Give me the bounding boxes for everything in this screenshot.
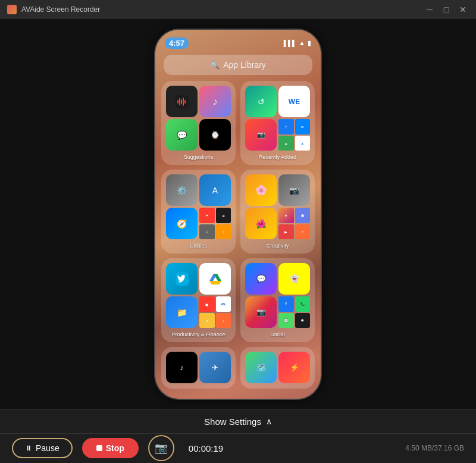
recently-mini-grid: f m ▲ ▲	[278, 119, 310, 151]
wenote-icon: WE	[278, 86, 310, 117]
camera-icon: 📷	[155, 442, 168, 455]
status-bar: 4:57 ▌▌▌ ▲ ▮	[155, 30, 321, 51]
storage-display: 4.50 MB/37.16 GB	[405, 444, 464, 452]
bottom-bar: Show Settings ∧ ⏸ Pause Stop 📷 00:00:19 …	[0, 409, 476, 463]
svg-rect-1	[177, 100, 178, 104]
show-settings-text: Show Settings	[204, 417, 261, 427]
utilities-mini-grid: ♥ ⊕ = ?	[199, 208, 231, 239]
rotate-icon: ↺	[245, 86, 277, 117]
travel-folder[interactable]: 🗺️ ⚡	[240, 347, 315, 389]
creativity-label: Creativity	[245, 243, 310, 249]
chevron-up-icon: ∧	[266, 417, 272, 426]
signal-icon: ▌▌▌	[284, 40, 296, 46]
music-icon: ♪	[199, 86, 231, 117]
safari-icon: 🧭	[166, 208, 198, 239]
suggestions-folder[interactable]: ♪ 💬 ⌚ Suggestions	[161, 81, 236, 165]
title-bar-left: AVAide Screen Recorder	[7, 5, 100, 14]
files-icon: 📁	[166, 296, 198, 328]
stop-icon	[96, 445, 102, 451]
battery-icon: ▮	[308, 39, 311, 47]
social-mini-grid: f 📞 💬 ⬟	[278, 296, 310, 328]
screenshot-button[interactable]: 📷	[148, 435, 174, 461]
title-bar: AVAide Screen Recorder ─ □ ✕	[0, 0, 476, 19]
recently-added-label: Recently Added	[245, 154, 310, 160]
creativity-folder[interactable]: 🌸 📷 🌺 ★ ◼ ▶ +	[240, 170, 315, 254]
shortcuts-icon: ⚡	[278, 352, 310, 383]
utilities-icons: ⚙️ A 🧭 ♥ ⊕ = ?	[166, 174, 231, 239]
search-label: App Library	[223, 60, 266, 70]
creativity-icons: 🌸 📷 🌺 ★ ◼ ▶ +	[245, 174, 310, 239]
messages-icon: 💬	[166, 119, 198, 151]
app-icon	[7, 5, 17, 14]
svg-rect-3	[181, 99, 182, 104]
instagram-icon: 📷	[245, 296, 277, 328]
creativity-mini-grid: ★ ◼ ▶ +	[278, 208, 310, 239]
snapchat-icon: 👻	[278, 263, 310, 295]
pinwheel-icon: 🌺	[245, 208, 277, 239]
productivity-mini-grid: ◼ WE ★ +	[199, 296, 231, 328]
maximize-button[interactable]: □	[440, 4, 452, 15]
app-grid: ♪ 💬 ⌚ Suggestions ↺	[155, 81, 321, 389]
appstore-icon: A	[199, 174, 231, 206]
search-icon: 🔍	[210, 61, 220, 70]
photos-icon: 🌸	[245, 174, 277, 206]
travel-icons: 🗺️ ⚡	[245, 352, 310, 383]
suggestions-label: Suggestions	[166, 154, 231, 160]
svg-rect-2	[179, 98, 180, 105]
productivity-icons: 📁 ◼ WE ★ +	[166, 263, 231, 328]
social-icons: 💬 👻 📷 f 📞 💬 ⬟	[245, 263, 310, 328]
show-settings-bar[interactable]: Show Settings ∧	[0, 410, 476, 434]
close-button[interactable]: ✕	[457, 4, 469, 15]
status-time: 4:57	[165, 37, 189, 49]
phone-frame: 4:57 ▌▌▌ ▲ ▮ 🔍 App Library	[155, 30, 321, 399]
voice-memos-icon	[166, 86, 198, 117]
minimize-button[interactable]: ─	[424, 4, 436, 15]
settings-icon: ⚙️	[166, 174, 198, 206]
search-bar[interactable]: 🔍 App Library	[164, 55, 312, 75]
productivity-label: Productivity & Finance	[166, 331, 231, 337]
social-folder[interactable]: 💬 👻 📷 f 📞 💬 ⬟	[240, 258, 315, 342]
phone-screen: 4:57 ▌▌▌ ▲ ▮ 🔍 App Library	[155, 30, 321, 399]
pause-button[interactable]: ⏸ Pause	[12, 438, 73, 458]
stop-button[interactable]: Stop	[82, 438, 139, 458]
entertainment-icons: ♪ ✈	[166, 352, 231, 383]
controls-bar: ⏸ Pause Stop 📷 00:00:19 4.50 MB/37.16 GB	[0, 434, 476, 463]
social-label: Social	[245, 331, 310, 337]
window-controls[interactable]: ─ □ ✕	[424, 4, 469, 15]
status-icons: ▌▌▌ ▲ ▮	[284, 39, 311, 47]
twitterbird-icon	[166, 263, 198, 295]
stop-label: Stop	[106, 443, 124, 453]
wifi-icon: ▲	[299, 39, 305, 46]
utilities-folder[interactable]: ⚙️ A 🧭 ♥ ⊕ = ?	[161, 170, 236, 254]
timer-display: 00:00:19	[189, 443, 236, 453]
watch-icon: ⌚	[199, 119, 231, 151]
testflight-icon: ✈	[199, 352, 231, 383]
pause-label: Pause	[36, 443, 60, 453]
recently-added-folder[interactable]: ↺ WE 📷 f m ▲ ▲	[240, 81, 315, 165]
suggestions-icons: ♪ 💬 ⌚	[166, 86, 231, 151]
maps-icon: 🗺️	[245, 352, 277, 383]
entertainment-folder[interactable]: ♪ ✈	[161, 347, 236, 389]
main-area: 4:57 ▌▌▌ ▲ ▮ 🔍 App Library	[0, 19, 476, 409]
recently-added-icons: ↺ WE 📷 f m ▲ ▲	[245, 86, 310, 151]
utilities-label: Utilities	[166, 243, 231, 249]
messenger-icon: 💬	[245, 263, 277, 295]
app-title: AVAide Screen Recorder	[21, 5, 100, 14]
gdrive2-icon	[199, 263, 231, 295]
inshot-icon: 📷	[245, 119, 277, 151]
tiktok-icon: ♪	[166, 352, 198, 383]
svg-rect-5	[184, 100, 186, 104]
productivity-folder[interactable]: 📁 ◼ WE ★ + Productivity & Finance	[161, 258, 236, 342]
camera-icon: 📷	[278, 174, 310, 206]
pause-icon: ⏸	[25, 444, 32, 452]
svg-rect-4	[183, 98, 184, 106]
